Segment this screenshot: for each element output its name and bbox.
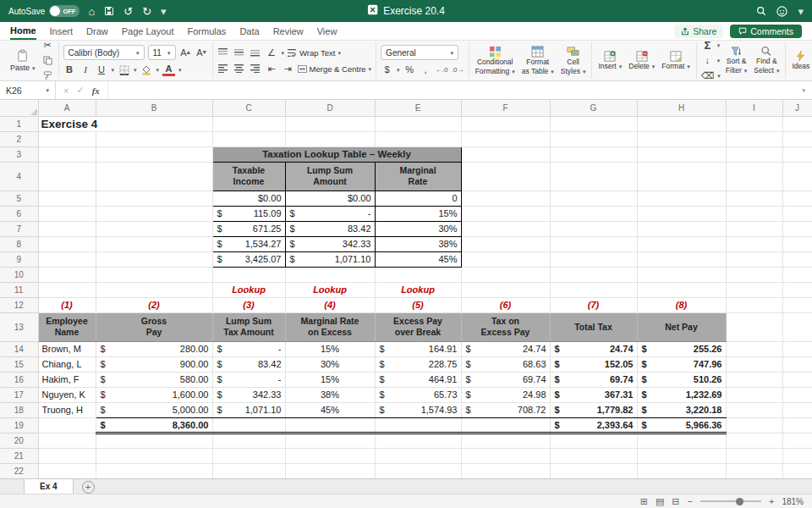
italic-button[interactable]: I: [80, 64, 92, 76]
zoom-slider[interactable]: [700, 500, 761, 502]
cell[interactable]: [550, 282, 637, 297]
cell[interactable]: $5,000.00: [96, 402, 212, 417]
cut-icon[interactable]: ✂: [41, 41, 54, 52]
cell[interactable]: $342.33: [285, 236, 375, 251]
column-header-j[interactable]: J: [782, 100, 812, 116]
bold-button[interactable]: B: [63, 64, 76, 76]
lookup-header-marginal-rate[interactable]: MarginalRate: [375, 162, 461, 190]
zoom-slider-knob[interactable]: [736, 498, 743, 505]
tab-formulas[interactable]: Formulas: [188, 22, 227, 40]
cell[interactable]: [637, 162, 726, 190]
cell[interactable]: $65.73: [375, 387, 461, 402]
cell[interactable]: [212, 267, 285, 282]
cell[interactable]: [461, 206, 550, 221]
cell[interactable]: [782, 221, 812, 236]
font-size-select[interactable]: 11▾: [148, 45, 176, 60]
chevron-down-icon[interactable]: ▾: [134, 67, 137, 73]
cell[interactable]: [726, 341, 782, 356]
cell[interactable]: [550, 448, 637, 463]
row-header[interactable]: 1: [0, 116, 38, 131]
save-icon[interactable]: [104, 6, 114, 16]
paste-button[interactable]: Paste▾: [8, 48, 38, 73]
row-header[interactable]: 22: [0, 463, 38, 478]
row-header[interactable]: 6: [0, 206, 38, 221]
borders-icon[interactable]: [118, 64, 130, 76]
chevron-down-icon[interactable]: ▾: [397, 67, 400, 73]
cell[interactable]: [782, 190, 812, 206]
cell[interactable]: [550, 162, 637, 190]
cell[interactable]: [550, 131, 637, 146]
cell[interactable]: [637, 267, 726, 282]
cell[interactable]: [285, 267, 375, 282]
cell[interactable]: [726, 221, 782, 236]
emp-header-gross-pay[interactable]: GrossPay: [96, 312, 212, 341]
cell[interactable]: [782, 387, 812, 402]
align-bottom-icon[interactable]: [250, 47, 262, 59]
insert-cells-button[interactable]: Insert▾: [596, 50, 623, 72]
cell[interactable]: 15%: [375, 206, 461, 221]
fill-icon[interactable]: ↓: [701, 54, 714, 67]
cell[interactable]: [212, 131, 285, 146]
name-box[interactable]: K26▾: [0, 81, 56, 99]
cell[interactable]: [782, 162, 812, 190]
cell[interactable]: $3,220.18: [637, 402, 726, 417]
cell[interactable]: [212, 463, 285, 478]
cell[interactable]: [782, 297, 812, 312]
cell[interactable]: [38, 463, 96, 478]
cell[interactable]: $228.75: [375, 356, 461, 372]
cell[interactable]: [461, 282, 550, 297]
chevron-down-icon[interactable]: ▾: [282, 50, 285, 56]
cell[interactable]: [550, 190, 637, 206]
cell[interactable]: [726, 162, 782, 190]
cell[interactable]: $671.25: [212, 221, 285, 236]
lookup-label[interactable]: Lookup: [285, 282, 375, 297]
cell[interactable]: [726, 146, 782, 162]
row-header[interactable]: 21: [0, 448, 38, 463]
row-header[interactable]: 7: [0, 221, 38, 236]
format-as-table-button[interactable]: Format as Table▾: [520, 45, 556, 77]
percent-format-icon[interactable]: %: [403, 64, 416, 76]
cell[interactable]: [782, 417, 812, 433]
cell[interactable]: [550, 236, 637, 251]
cell[interactable]: 15%: [285, 341, 375, 356]
cell[interactable]: [637, 146, 726, 162]
cell-total-net-pay[interactable]: $5,966.36: [637, 417, 726, 433]
search-icon[interactable]: [756, 6, 766, 16]
cell[interactable]: [726, 282, 782, 297]
row-header[interactable]: 11: [0, 282, 38, 297]
cell[interactable]: [285, 417, 375, 433]
row-header[interactable]: 20: [0, 433, 38, 448]
cell[interactable]: $68.63: [461, 356, 550, 372]
column-number-label[interactable]: (8): [637, 297, 726, 312]
cell[interactable]: [637, 463, 726, 478]
account-icon[interactable]: [776, 6, 787, 17]
orientation-icon[interactable]: ∠: [266, 47, 278, 59]
cell[interactable]: $69.74: [461, 372, 550, 387]
cell-employee-name[interactable]: Truong, H: [38, 402, 96, 417]
home-icon[interactable]: ⌂: [88, 6, 95, 17]
column-header-c[interactable]: C: [212, 100, 285, 116]
column-header-e[interactable]: E: [375, 100, 461, 116]
undo-icon[interactable]: ↺: [123, 6, 133, 17]
cell[interactable]: 0: [375, 190, 461, 206]
emp-header-total-tax[interactable]: Total Tax: [550, 312, 637, 341]
cell[interactable]: [782, 282, 812, 297]
cell[interactable]: [461, 433, 550, 448]
cell[interactable]: [461, 190, 550, 206]
cell[interactable]: [637, 282, 726, 297]
cell[interactable]: [550, 267, 637, 282]
emp-header-tax-on-excess[interactable]: Tax onExcess Pay: [461, 312, 550, 341]
cell[interactable]: $580.00: [96, 372, 212, 387]
cell[interactable]: [38, 417, 96, 433]
comments-button[interactable]: Comments: [730, 25, 802, 38]
cell[interactable]: [782, 312, 812, 341]
underline-button[interactable]: U: [96, 64, 108, 76]
emp-header-marginal-rate[interactable]: Marginal Rateon Excess: [285, 312, 375, 341]
cell[interactable]: $24.74: [461, 341, 550, 356]
cell[interactable]: $1,534.27: [212, 236, 285, 251]
column-number-label[interactable]: (3): [212, 297, 285, 312]
cell[interactable]: [782, 131, 812, 146]
cell[interactable]: [726, 116, 782, 131]
cell[interactable]: [461, 162, 550, 190]
page-break-view-icon[interactable]: ⊟: [672, 497, 679, 506]
